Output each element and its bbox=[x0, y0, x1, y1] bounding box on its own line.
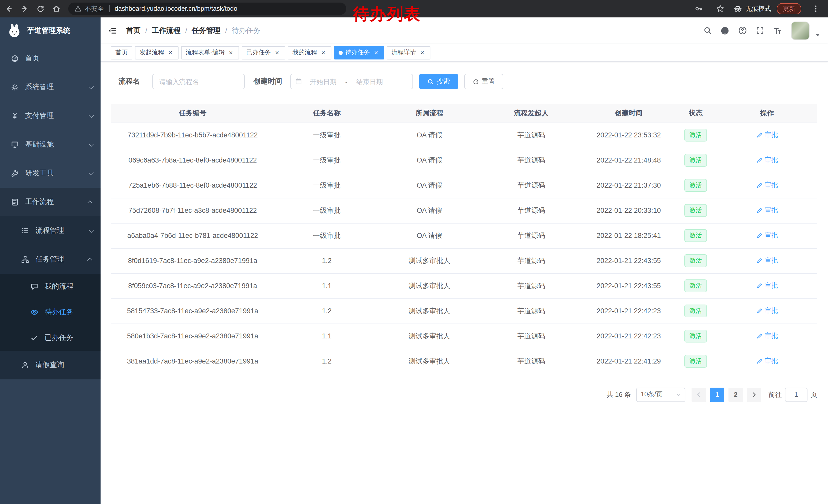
reset-button[interactable]: 重置 bbox=[464, 74, 503, 89]
tab-close-icon[interactable]: × bbox=[372, 49, 380, 56]
sidebar-item-task-management[interactable]: 任务管理 bbox=[0, 245, 100, 274]
sidebar-fold-icon[interactable] bbox=[100, 26, 124, 35]
calendar-icon bbox=[295, 78, 302, 85]
app-logo-row[interactable]: 芋道管理系统 bbox=[0, 17, 100, 44]
check-icon bbox=[30, 334, 39, 342]
cell-process: OA 请假 bbox=[379, 148, 480, 173]
kebab-menu-icon[interactable] bbox=[809, 2, 823, 16]
status-badge: 激活 bbox=[685, 129, 707, 141]
search-icon[interactable] bbox=[701, 24, 714, 37]
end-date-input[interactable] bbox=[348, 78, 391, 85]
sidebar-item-system-management[interactable]: 系统管理 bbox=[0, 73, 100, 101]
sidebar-item-todo-tasks[interactable]: 待办任务 bbox=[0, 300, 100, 325]
sidebar-item-label: 工作流程 bbox=[25, 197, 54, 207]
cell-task-name: 1.2 bbox=[275, 349, 379, 374]
sidebar-item-label: 我的流程 bbox=[45, 282, 73, 291]
approve-link[interactable]: 审批 bbox=[756, 181, 778, 190]
tab-form-edit[interactable]: 流程表单-编辑 × bbox=[181, 46, 239, 59]
sidebar-item-infrastructure[interactable]: 基础设施 bbox=[0, 130, 100, 159]
search-button[interactable]: 搜索 bbox=[419, 74, 458, 89]
security-label[interactable]: 不安全 bbox=[85, 4, 104, 13]
github-icon[interactable] bbox=[718, 24, 732, 37]
cell-task-name: 一级审批 bbox=[275, 123, 379, 148]
tab-close-icon[interactable]: × bbox=[227, 49, 235, 56]
prev-page-button[interactable] bbox=[692, 387, 706, 402]
bookmark-star-icon[interactable] bbox=[713, 2, 728, 16]
sidebar-item-my-processes[interactable]: 我的流程 bbox=[0, 274, 100, 300]
cell-initiator: 芋道源码 bbox=[480, 148, 583, 173]
fullscreen-icon[interactable] bbox=[753, 24, 767, 37]
reset-button-label: 重置 bbox=[482, 77, 495, 86]
back-icon[interactable] bbox=[2, 2, 16, 16]
approve-link[interactable]: 审批 bbox=[756, 206, 778, 215]
caret-down-icon[interactable] bbox=[816, 34, 820, 36]
table-row: 8f059c03-7ac8-11ec-a9e2-a2380e71991a 1.1… bbox=[111, 273, 817, 299]
wrench-icon bbox=[10, 169, 19, 177]
cell-process: 测试多审批人 bbox=[379, 248, 480, 273]
tab-close-icon[interactable]: × bbox=[274, 49, 281, 56]
sidebar-item-home[interactable]: 首页 bbox=[0, 44, 100, 73]
tab-close-icon[interactable]: × bbox=[320, 49, 327, 56]
tab-my-processes[interactable]: 我的流程 × bbox=[288, 46, 331, 59]
user-icon bbox=[20, 361, 30, 369]
column-header-initiator: 流程发起人 bbox=[480, 104, 583, 123]
next-page-button[interactable] bbox=[747, 387, 761, 402]
breadcrumb-separator: / bbox=[225, 27, 227, 35]
sidebar-item-label: 请假查询 bbox=[35, 360, 64, 370]
page-size-select[interactable]: 10条/页 bbox=[636, 387, 686, 402]
approve-link[interactable]: 审批 bbox=[756, 281, 778, 290]
sidebar-item-payment-management[interactable]: 支付管理 bbox=[0, 101, 100, 130]
breadcrumb-separator: / bbox=[145, 27, 147, 35]
sidebar-item-leave-query[interactable]: 请假查询 bbox=[0, 351, 100, 379]
page-button-2[interactable]: 2 bbox=[729, 387, 743, 402]
tab-initiate-process[interactable]: 发起流程 × bbox=[135, 46, 178, 59]
tab-todo-tasks[interactable]: 待办任务 × bbox=[334, 46, 384, 59]
breadcrumb-workflow[interactable]: 工作流程 bbox=[152, 26, 180, 35]
process-name-input[interactable] bbox=[152, 74, 245, 89]
approve-link-label: 审批 bbox=[764, 306, 778, 316]
approve-link[interactable]: 审批 bbox=[756, 231, 778, 240]
sidebar-item-workflow[interactable]: 工作流程 bbox=[0, 188, 100, 216]
approve-link[interactable]: 审批 bbox=[756, 256, 778, 265]
approve-link[interactable]: 审批 bbox=[756, 306, 778, 316]
approve-link[interactable]: 审批 bbox=[756, 131, 778, 140]
tab-close-icon[interactable]: × bbox=[419, 49, 426, 56]
cell-task-name: 一级审批 bbox=[275, 198, 379, 223]
goto-page-input[interactable] bbox=[785, 387, 808, 402]
page-button-1[interactable]: 1 bbox=[710, 387, 724, 402]
key-icon[interactable] bbox=[692, 2, 706, 16]
update-button[interactable]: 更新 bbox=[777, 3, 801, 14]
column-header-create-time: 创建时间 bbox=[583, 104, 675, 123]
date-range-picker[interactable]: - bbox=[290, 74, 413, 89]
cell-task-name: 一级审批 bbox=[275, 148, 379, 173]
approve-link[interactable]: 审批 bbox=[756, 331, 778, 341]
table-header: 任务编号 任务名称 所属流程 流程发起人 创建时间 状态 操作 bbox=[111, 104, 817, 123]
sidebar-item-label: 待办任务 bbox=[45, 308, 73, 317]
cell-create-time: 2022-01-22 21:48:48 bbox=[583, 148, 675, 173]
pencil-icon bbox=[756, 333, 762, 339]
home-icon[interactable] bbox=[49, 2, 64, 16]
forward-icon[interactable] bbox=[17, 2, 32, 16]
avatar[interactable] bbox=[791, 21, 810, 40]
approve-link[interactable]: 审批 bbox=[756, 357, 778, 366]
column-header-actions: 操作 bbox=[717, 104, 817, 123]
tab-close-icon[interactable]: × bbox=[167, 49, 174, 56]
list-icon bbox=[20, 227, 30, 235]
tab-done-tasks[interactable]: 已办任务 × bbox=[242, 46, 285, 59]
sidebar-item-process-management[interactable]: 流程管理 bbox=[0, 216, 100, 245]
start-date-input[interactable] bbox=[302, 78, 344, 85]
sidebar-item-dev-tools[interactable]: 研发工具 bbox=[0, 159, 100, 188]
tab-label: 已办任务 bbox=[246, 48, 271, 57]
reload-icon[interactable] bbox=[33, 2, 48, 16]
column-header-task-name: 任务名称 bbox=[275, 104, 379, 123]
tab-process-detail[interactable]: 流程详情 × bbox=[387, 46, 430, 59]
sidebar-item-done-tasks[interactable]: 已办任务 bbox=[0, 325, 100, 351]
address-bar[interactable]: 不安全 dashboard.yudao.iocoder.cn/bpm/task/… bbox=[68, 3, 346, 15]
font-size-icon[interactable] bbox=[771, 24, 784, 37]
approve-link[interactable]: 审批 bbox=[756, 155, 778, 165]
cell-task-id: 58154733-7ac8-11ec-a9e2-a2380e71991a bbox=[111, 299, 275, 324]
breadcrumb-task-management[interactable]: 任务管理 bbox=[192, 26, 220, 35]
help-icon[interactable] bbox=[736, 24, 749, 37]
tab-home[interactable]: 首页 bbox=[111, 46, 132, 59]
breadcrumb-home[interactable]: 首页 bbox=[126, 26, 140, 35]
